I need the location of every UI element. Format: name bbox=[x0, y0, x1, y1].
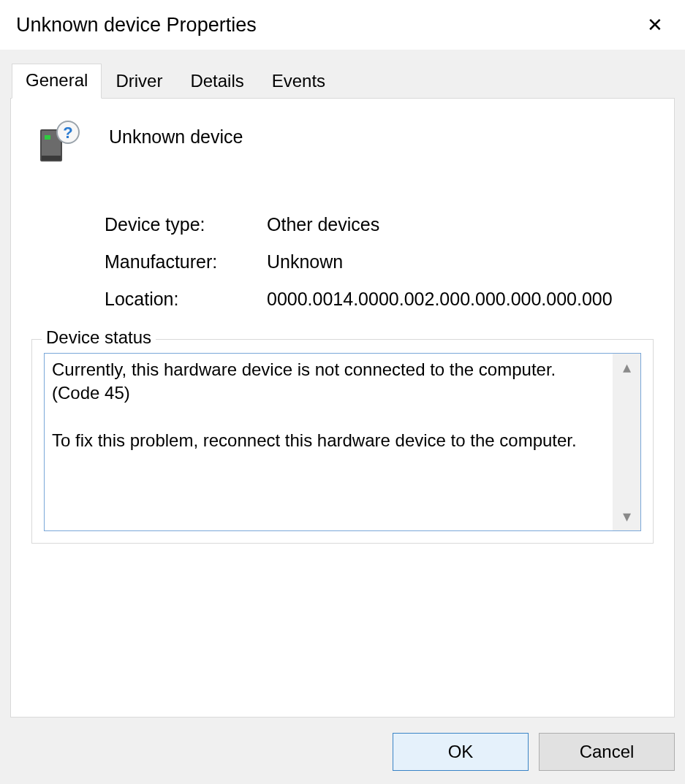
tab-details[interactable]: Details bbox=[176, 64, 257, 99]
tab-driver[interactable]: Driver bbox=[102, 64, 176, 99]
device-header: ? Unknown device bbox=[31, 119, 654, 166]
row-location: Location: 0000.0014.0000.002.000.000.000… bbox=[105, 289, 654, 310]
device-status-scrollbar[interactable]: ▴ ▾ bbox=[613, 354, 640, 530]
device-status-field: ▴ ▾ bbox=[44, 353, 641, 531]
device-status-frame: ▴ ▾ bbox=[31, 339, 654, 544]
tab-general[interactable]: General bbox=[12, 64, 102, 99]
svg-rect-2 bbox=[45, 135, 50, 140]
tabpanel-general: ? Unknown device Device type: Other devi… bbox=[10, 98, 675, 718]
ok-button[interactable]: OK bbox=[393, 733, 529, 771]
value-device-type: Other devices bbox=[267, 214, 654, 235]
dialog-buttons: OK Cancel bbox=[393, 733, 675, 771]
device-status-text[interactable] bbox=[45, 354, 613, 530]
close-icon[interactable]: ✕ bbox=[641, 11, 669, 39]
titlebar: Unknown device Properties ✕ bbox=[0, 0, 685, 50]
unknown-device-icon: ? bbox=[36, 119, 83, 166]
window-title: Unknown device Properties bbox=[16, 14, 257, 37]
device-name: Unknown device bbox=[109, 119, 243, 148]
device-status-group: Device status ▴ ▾ bbox=[31, 339, 654, 544]
value-manufacturer: Unknown bbox=[267, 251, 654, 273]
value-location: 0000.0014.0000.002.000.000.000.000.000 bbox=[267, 289, 654, 310]
device-info-table: Device type: Other devices Manufacturer:… bbox=[105, 214, 654, 310]
dialog-client-area: General Driver Details Events ? Unknown … bbox=[0, 50, 685, 784]
label-location: Location: bbox=[105, 289, 267, 310]
svg-rect-3 bbox=[42, 156, 61, 160]
tab-events[interactable]: Events bbox=[258, 64, 339, 99]
tabstrip: General Driver Details Events bbox=[10, 50, 675, 98]
device-status-label: Device status bbox=[42, 327, 156, 348]
scroll-down-icon[interactable]: ▾ bbox=[623, 503, 631, 530]
cancel-button[interactable]: Cancel bbox=[539, 733, 675, 771]
scroll-up-icon[interactable]: ▴ bbox=[623, 354, 631, 381]
svg-text:?: ? bbox=[63, 123, 72, 142]
label-device-type: Device type: bbox=[105, 214, 267, 235]
row-device-type: Device type: Other devices bbox=[105, 214, 654, 235]
row-manufacturer: Manufacturer: Unknown bbox=[105, 251, 654, 273]
label-manufacturer: Manufacturer: bbox=[105, 251, 267, 273]
